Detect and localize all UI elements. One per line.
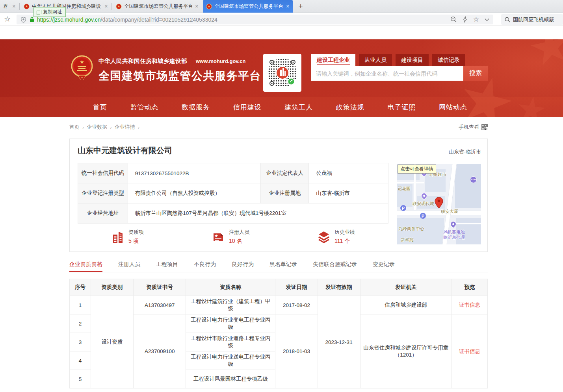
search-tab-personnel[interactable]: 从业人员 — [359, 54, 392, 66]
company-location-map[interactable]: 点击可查看详情 九州超市 ATM 记花园 联安现代城 联安大厦 P P 九峰商务… — [397, 164, 481, 244]
copy-url-tooltip[interactable]: 复制网址 — [33, 7, 66, 17]
tab-blacklist[interactable]: 黑名单记录 — [269, 261, 297, 272]
flash-icon[interactable] — [463, 16, 468, 23]
browser-search-box[interactable]: 国航回应飞机颠簸 — [501, 14, 563, 25]
building-icon — [111, 230, 124, 244]
breadcrumb-company-data[interactable]: 企业数据 — [87, 124, 107, 131]
map-road — [397, 182, 424, 183]
nav-item-data-service[interactable]: 数据服务 — [182, 103, 210, 112]
map-tooltip[interactable]: 点击可查看详情 — [398, 165, 436, 174]
col-header-category: 资质类别 — [91, 279, 134, 296]
nav-item-site-news[interactable]: 网站动态 — [439, 103, 467, 112]
cell-issue-date: 2017-08-02 — [275, 296, 318, 314]
nav-item-e-license[interactable]: 电子证照 — [387, 103, 416, 112]
browser-tab-jzsc[interactable]: ★ 全国建筑市场监管公共服务平台 ✕ — [113, 0, 202, 13]
keyword-search-input[interactable] — [311, 66, 463, 81]
tab-change-records[interactable]: 变更记录 — [373, 261, 395, 272]
map-block — [455, 164, 481, 208]
tab-qualifications[interactable]: 企业资质资格 — [69, 261, 102, 272]
stat-value: 111 个 — [334, 238, 355, 245]
company-region: 山东省-临沂市 — [449, 148, 481, 155]
field-label: 统一社会信用代码 — [78, 163, 128, 183]
field-value-credit-code: 91371302675501022B — [128, 163, 261, 183]
cell-cert-no: A137030497 — [134, 296, 186, 314]
search-tab-enterprise[interactable]: 建设工程企业 — [311, 54, 355, 66]
breadcrumb-separator: › — [82, 124, 84, 130]
stat-label: 注册人员 — [229, 229, 249, 236]
cell-no: 2 — [70, 314, 91, 333]
stat-value: 10 名 — [229, 238, 249, 245]
search-tab-project[interactable]: 建设项目 — [396, 54, 429, 66]
browser-url-bar: https://jzsc.mohurd.gov.cn/data/company/… — [0, 13, 563, 26]
new-tab-button[interactable] — [295, 1, 306, 11]
company-stats: 资质项 5 项 ★ 注册人员 10 名 — [78, 229, 388, 245]
browser-tab-active[interactable]: ★ 全国建筑市场监管公共服务平台 ✕ — [203, 0, 293, 13]
field-value-reg-type: 有限责任公司（自然人投资或控股） — [128, 183, 261, 203]
company-detail-card: 山东中元建筑设计有限公司 山东省-临沂市 统一社会信用代码 9137130267… — [69, 139, 488, 252]
map-label-battery-2: 临沂总代理 — [443, 235, 465, 240]
map-label-garden: 记花园 — [398, 186, 411, 192]
cell-authority: 山东省住房和城乡建设厅许可专用章（1201） — [360, 314, 452, 388]
certificate-info-link[interactable]: 证书信息 — [459, 348, 480, 354]
site-logo[interactable]: ★ 中华人民共和国住房和城乡建设部www.mohurd.gov.cn 全国建筑市… — [71, 55, 261, 83]
breadcrumb-company-detail[interactable]: 企业详情 — [115, 124, 135, 131]
url-path-part: /data/company/detail?id=0021052912405330… — [101, 17, 217, 23]
nav-item-credit[interactable]: 信用建设 — [233, 103, 262, 112]
copy-icon — [37, 10, 41, 15]
cell-name: 工程设计市政行业道路工程专业丙级 — [186, 333, 275, 351]
svg-text:★: ★ — [80, 59, 84, 65]
tab-good-behavior[interactable]: 良好行为 — [232, 261, 254, 272]
cell-name: 工程设计建筑行业（建筑工程）甲级 — [186, 296, 275, 314]
stat-registered-personnel[interactable]: ★ 注册人员 10 名 — [212, 229, 249, 245]
tab-separator — [19, 3, 20, 10]
close-icon[interactable]: ✕ — [12, 4, 16, 9]
tab-registered-personnel[interactable]: 注册人员 — [118, 261, 140, 272]
chevron-down-icon[interactable] — [485, 18, 489, 21]
nav-item-policy[interactable]: 政策法规 — [336, 103, 364, 112]
favorite-star-icon[interactable]: ☆ — [473, 15, 479, 24]
header-qr-code — [263, 54, 301, 92]
cell-cert-no: A237009100 — [134, 314, 186, 388]
close-icon[interactable]: ✕ — [104, 4, 108, 9]
company-info-table: 统一社会信用代码 91371302675501022B 企业法定代表人 公茂福 … — [78, 163, 388, 224]
browser-tab-partial[interactable]: 界 ✕ — [0, 0, 19, 13]
nav-item-home[interactable]: 首页 — [93, 103, 107, 112]
bookmark-star-icon[interactable] — [4, 15, 11, 24]
tab-dishonesty-records[interactable]: 失信联合惩戒记录 — [313, 261, 357, 272]
mobile-view-link[interactable]: 手机查看 — [459, 124, 488, 131]
emblem-favicon: ★ — [116, 4, 122, 9]
col-header-preview: 预览 — [452, 279, 487, 296]
zoom-out-icon[interactable] — [450, 16, 457, 23]
nav-item-workers[interactable]: 建筑工人 — [284, 103, 313, 112]
parking-icon: P — [420, 213, 426, 219]
field-label: 企业注册属地 — [261, 183, 309, 203]
company-name: 山东中元建筑设计有限公司 — [78, 145, 172, 156]
breadcrumb-home[interactable]: 首页 — [69, 124, 80, 131]
cell-validity: 2023-12-31 — [318, 296, 360, 388]
stat-label: 历史业绩 — [334, 229, 355, 236]
emblem-favicon: ★ — [24, 4, 30, 9]
cell-name: 工程设计电力行业变电工程专业丙级 — [186, 314, 275, 333]
table-header-row: 序号 资质类别 资质证书号 资质名称 发证日期 发证有效期 发证机关 预览 — [70, 279, 488, 296]
search-tab-credit[interactable]: 诚信记录 — [432, 54, 465, 66]
stat-history-performance[interactable]: 历史业绩 111 个 — [317, 229, 355, 245]
tab-title: 界 — [3, 3, 9, 10]
close-icon[interactable]: ✕ — [195, 4, 199, 9]
field-value-reg-region: 山东省-临沂市 — [309, 183, 388, 203]
field-label: 企业经营地址 — [78, 203, 128, 224]
table-row: 1 设计资质 A137030497 工程设计建筑行业（建筑工程）甲级 2017-… — [70, 296, 488, 314]
close-icon[interactable]: ✕ — [286, 4, 290, 9]
tab-bad-behavior[interactable]: 不良行为 — [194, 261, 216, 272]
breadcrumb: 首页 › 企业数据 › 企业详情 › 手机查看 — [69, 124, 488, 131]
search-button[interactable]: 搜索 — [463, 66, 488, 81]
id-card-icon: ★ — [212, 230, 225, 244]
shield-icon[interactable] — [20, 17, 26, 23]
address-input[interactable]: https://jzsc.mohurd.gov.cn/data/company/… — [17, 15, 493, 24]
stat-qualifications[interactable]: 资质项 5 项 — [111, 229, 144, 245]
map-label-tower: 联安大厦 — [441, 209, 458, 214]
qr-mini-icon — [481, 124, 488, 130]
certificate-info-link[interactable]: 证书信息 — [459, 302, 480, 308]
svg-text:★: ★ — [208, 4, 211, 8]
tab-projects[interactable]: 工程项目 — [156, 261, 178, 272]
nav-item-supervision[interactable]: 监管动态 — [130, 103, 159, 112]
